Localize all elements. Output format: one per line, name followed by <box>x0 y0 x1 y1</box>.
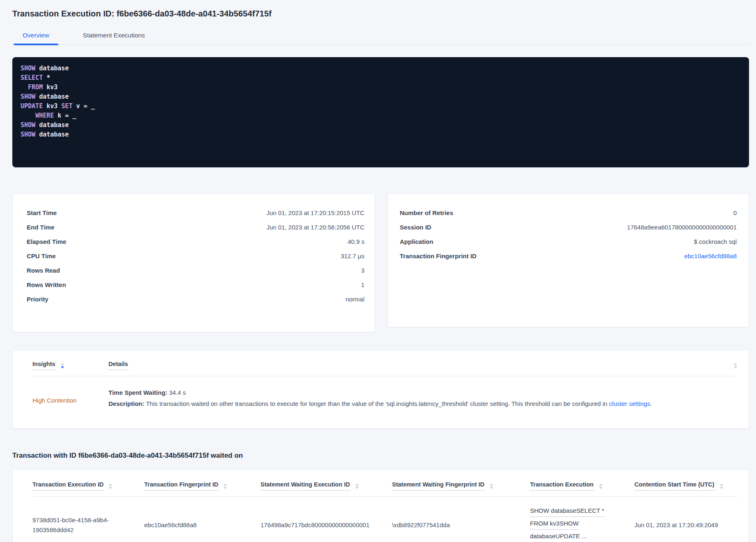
stat-label: Rows Read <box>27 267 60 274</box>
page-title: Transaction Execution ID: f6be6366-da03-… <box>12 9 749 19</box>
transaction-details-page: Transaction Execution ID: f6be6366-da03-… <box>0 0 756 542</box>
insight-badge: High Contention <box>32 387 108 409</box>
tab-bar: Overview Statement Executions <box>12 29 749 45</box>
column-header-label[interactable]: Transaction Fingerprint ID <box>144 481 218 491</box>
stat-row: Prioritynormal <box>27 292 364 306</box>
transaction-fingerprint-id-cell: ebc10ae56cfd88a8 <box>144 520 260 530</box>
stat-value: 0 <box>733 209 737 216</box>
stat-value-link[interactable]: ebc10ae56cfd88a8 <box>684 252 737 259</box>
transaction-execution-id-cell: 9738d051-bc0e-4158-a9b4-1903586ddd42 <box>32 515 144 535</box>
column-header-contention-start-time-utc-[interactable]: Contention Start Time (UTC) <box>634 481 737 491</box>
stat-label: Transaction Fingerprint ID <box>400 252 477 259</box>
insights-column-header[interactable]: Insights <box>32 360 108 370</box>
transaction-stats-card: Number of Retries0Session ID17648a9eea60… <box>387 194 749 327</box>
column-header-transaction-fingerprint-id[interactable]: Transaction Fingerprint ID <box>144 481 260 491</box>
stat-value: 3 <box>361 267 364 274</box>
sql-code-line: UPDATE kv3 SET v = _ <box>21 102 741 111</box>
stat-label: Number of Retries <box>400 209 453 216</box>
insights-table-header: Insights Details <box>32 360 737 370</box>
tab-overview[interactable]: Overview <box>14 29 58 44</box>
sql-code-line: WHERE k = _ <box>21 111 741 120</box>
transaction-execution-fragment[interactable]: databaseUPDATE ... <box>530 531 587 542</box>
stat-label: Session ID <box>400 224 431 231</box>
stat-row: Rows Read3 <box>27 263 364 278</box>
execution-stats-card: Start TimeJun 01, 2023 at 17:20:15:2015 … <box>12 194 375 332</box>
sql-code-line: SHOW database <box>21 64 741 73</box>
sort-arrows-icon[interactable] <box>734 363 737 368</box>
waited-on-table: Transaction Execution IDTransaction Fing… <box>12 470 749 542</box>
waited-on-heading: Transaction with ID f6be6366-da03-48de-a… <box>12 452 749 460</box>
sort-arrows-icon[interactable] <box>61 363 64 368</box>
tab-statement-executions[interactable]: Statement Executions <box>82 29 146 44</box>
sql-code-line: SHOW database <box>21 130 741 139</box>
sort-arrows-icon[interactable] <box>224 484 227 489</box>
stat-row: Rows Written1 <box>27 278 364 292</box>
contention-start-time-cell: Jun 01, 2023 at 17:20:49:2049 <box>634 520 737 530</box>
stat-value: $ cockroach sql <box>694 238 737 245</box>
sort-arrows-icon[interactable] <box>599 484 602 489</box>
insight-description: Description: This transaction waited on … <box>108 398 737 409</box>
stat-label: End Time <box>27 224 54 231</box>
insights-table: Insights Details High Contention Time Sp… <box>12 350 749 429</box>
stat-value: 40.9 s <box>348 238 364 245</box>
details-column-label[interactable]: Details <box>108 361 128 370</box>
cluster-settings-link[interactable]: cluster settings <box>609 400 650 407</box>
transaction-execution-link[interactable]: SHOW databaseSELECT *FROM kv3SHOWdatabas… <box>530 506 634 542</box>
stat-row: Elapsed Time40.9 s <box>27 234 364 249</box>
insight-row: High Contention Time Spent Waiting: 34.4… <box>32 376 737 422</box>
column-header-transaction-execution-id[interactable]: Transaction Execution ID <box>32 481 144 491</box>
stat-label: Start Time <box>27 209 57 216</box>
sort-arrows-icon[interactable] <box>490 484 493 489</box>
stat-row: Application$ cockroach sql <box>400 234 737 249</box>
stat-row: Number of Retries0 <box>400 206 737 220</box>
column-header-statement-waiting-execution-id[interactable]: Statement Waiting Execution ID <box>260 481 392 491</box>
stat-row: Start TimeJun 01, 2023 at 17:20:15:2015 … <box>27 206 364 220</box>
stat-label: Rows Written <box>27 281 66 288</box>
column-header-statement-waiting-fingerprint-id[interactable]: Statement Waiting Fingerprint ID <box>392 481 530 491</box>
insights-column-label[interactable]: Insights <box>32 361 55 370</box>
stat-row: CPU Time312.7 µs <box>27 249 364 263</box>
stat-label: Priority <box>27 296 48 303</box>
sql-code-line: FROM kv3 <box>21 83 741 92</box>
stat-value: 17648a9eea6017800000000000000001 <box>627 224 737 231</box>
sort-arrows-icon[interactable] <box>109 484 112 489</box>
transaction-stats-rows: Number of Retries0Session ID17648a9eea60… <box>400 206 737 263</box>
column-header-label[interactable]: Transaction Execution ID <box>32 481 104 491</box>
column-header-label[interactable]: Contention Start Time (UTC) <box>634 481 715 491</box>
transaction-sql-box: SHOW databaseSELECT * FROM kv3SHOW datab… <box>12 57 749 167</box>
column-header-label[interactable]: Statement Waiting Execution ID <box>260 481 350 491</box>
stat-value: Jun 01, 2023 at 17:20:15:2015 UTC <box>266 209 364 216</box>
transaction-execution-fragment[interactable]: FROM kv3SHOW <box>530 519 579 530</box>
execution-stats-rows: Start TimeJun 01, 2023 at 17:20:15:2015 … <box>27 206 364 306</box>
column-header-label[interactable]: Transaction Execution <box>530 481 594 491</box>
sort-arrows-icon[interactable] <box>720 484 723 489</box>
summary-cards-row: Start TimeJun 01, 2023 at 17:20:15:2015 … <box>12 194 749 332</box>
details-column-header[interactable]: Details <box>108 360 728 370</box>
stat-label: Application <box>400 238 433 245</box>
stat-label: Elapsed Time <box>27 238 66 245</box>
insights-extra-sort[interactable] <box>728 360 737 368</box>
sql-code-line: SHOW database <box>21 120 741 130</box>
transaction-execution-fragment[interactable]: SHOW databaseSELECT * <box>530 506 604 517</box>
stat-value: 1 <box>361 281 364 288</box>
stat-value: Jun 01, 2023 at 17:20:56:2056 UTC <box>266 224 364 231</box>
statement-waiting-fingerprint-id-cell: \xdb8922f077541dda <box>392 520 530 530</box>
sql-code-line: SELECT * <box>21 73 741 83</box>
waited-on-table-header: Transaction Execution IDTransaction Fing… <box>32 481 737 491</box>
stat-row: End TimeJun 01, 2023 at 17:20:56:2056 UT… <box>27 220 364 234</box>
stat-row: Session ID17648a9eea60178000000000000000… <box>400 220 737 234</box>
time-spent-waiting: Time Spent Waiting: 34.4 s <box>108 387 737 398</box>
insight-details: Time Spent Waiting: 34.4 s Description: … <box>108 387 737 409</box>
sort-arrows-icon[interactable] <box>355 484 359 489</box>
column-header-transaction-execution[interactable]: Transaction Execution <box>530 481 634 491</box>
waited-on-table-row: 9738d051-bc0e-4158-a9b4-1903586ddd42 ebc… <box>32 497 737 542</box>
statement-waiting-execution-id-cell: 176498a9c717bdc80000000000000001 <box>260 520 392 530</box>
sql-code-line: SHOW database <box>21 92 741 102</box>
column-header-label[interactable]: Statement Waiting Fingerprint ID <box>392 481 484 491</box>
stat-value: normal <box>346 296 364 303</box>
stat-row: Transaction Fingerprint IDebc10ae56cfd88… <box>400 249 737 263</box>
stat-label: CPU Time <box>27 252 56 259</box>
stat-value: 312.7 µs <box>341 252 364 259</box>
